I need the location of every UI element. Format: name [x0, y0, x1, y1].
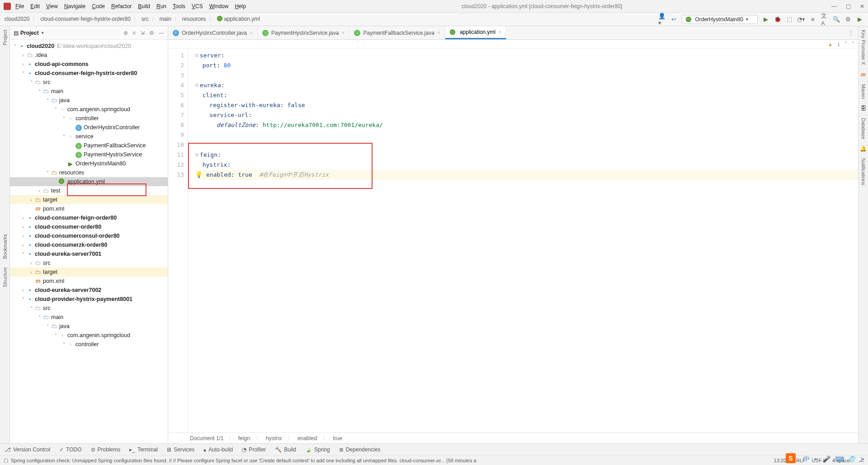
tree-node[interactable]: ˅🗀src [10, 78, 168, 87]
tree-node[interactable]: ›▪cloud-consumer-order80 [10, 222, 168, 231]
editor-tab[interactable]: COrderHystirxController.java× [168, 26, 258, 39]
tool-window-icon[interactable]: ▢ [4, 457, 8, 463]
profile-icon[interactable]: ◔▾ [797, 16, 805, 23]
search-icon[interactable]: 🔍 [833, 16, 840, 23]
tree-node[interactable]: ›🗀.idea [10, 51, 168, 60]
menu-tools[interactable]: Tools [173, 3, 185, 9]
bottom-tab-dependencies[interactable]: ≣Dependencies [339, 446, 381, 453]
tree-node[interactable]: ˅▪cloud-consumer-feign-hystrix-order80 [10, 69, 168, 78]
tree-node[interactable]: ›▪cloud-consumerzk-order80 [10, 240, 168, 249]
bottom-tab-spring[interactable]: 🍃Spring [305, 446, 330, 453]
run-icon[interactable]: ▶ [762, 16, 769, 23]
chevron-down-icon[interactable]: ▼ [41, 31, 45, 35]
code-line[interactable]: ⊟server: [195, 51, 858, 61]
tray-icon[interactable]: 中 [803, 455, 810, 463]
tree-node[interactable]: ˅▪cloud-provider-hystrix-payment8001 [10, 295, 168, 304]
sogou-ime-icon[interactable]: S [786, 453, 796, 463]
tree-node[interactable]: ›🗀target [10, 195, 168, 204]
menu-vcs[interactable]: VCS [192, 3, 203, 9]
tree-node[interactable]: ›🗀src [10, 258, 168, 268]
expand-icon[interactable]: ⇲ [140, 30, 145, 36]
close-icon[interactable]: × [437, 30, 440, 36]
close-icon[interactable]: × [250, 30, 253, 36]
bottom-tab-version-control[interactable]: ⎇Version Control [5, 446, 50, 453]
code-line[interactable]: service-url: [195, 110, 858, 120]
tray-icon[interactable]: •, [814, 456, 818, 463]
menu-build[interactable]: Build [138, 3, 150, 9]
tree-node[interactable]: ›🗀target [10, 268, 168, 277]
sidebar-tab-project[interactable]: Project [2, 30, 8, 45]
tree-root[interactable]: ˅▪cloud2020E:\idea-workspace\cloud2020 [10, 42, 168, 51]
tree-node[interactable]: ˅▫com.angenin.springcloud [10, 331, 168, 340]
project-tree[interactable]: ˅▪cloud2020E:\idea-workspace\cloud2020›🗀… [10, 40, 168, 443]
tree-node[interactable]: ˅🗀main [10, 87, 168, 96]
tree-node[interactable]: mpom.xml [10, 204, 168, 213]
inspect-up-icon[interactable]: ˄ [844, 41, 847, 47]
close-icon[interactable]: ✕ [860, 3, 864, 9]
sidebar-tab-keypromoter[interactable]: Key Promoter X [861, 30, 866, 65]
menu-window[interactable]: Window [209, 3, 229, 9]
tree-node[interactable]: ˅🗀java [10, 96, 168, 105]
menu-edit[interactable]: Edit [30, 3, 40, 9]
editor-tab[interactable]: IPaymentFallbackService.java× [349, 26, 445, 39]
code-lines[interactable]: ⊟server: port: 80 ⊟eureka: client: regis… [188, 49, 858, 432]
tree-node[interactable]: ˅▫controller [10, 114, 168, 123]
code-line[interactable]: defaultZone: http://eureka7001.com:7001/… [195, 120, 858, 130]
menu-help[interactable]: Help [235, 3, 246, 9]
tree-node[interactable]: COrderHystirxController [10, 123, 168, 132]
tree-node[interactable]: ˅🗀java [10, 322, 168, 331]
tree-node[interactable]: ▶OrderHystrixMain80 [10, 159, 168, 168]
bottom-tab-profiler[interactable]: ◔Profiler [242, 446, 266, 453]
tray-icon[interactable]: 👕 [849, 456, 856, 463]
tree-node[interactable]: ˅▫controller [10, 340, 168, 349]
breadcrumb[interactable]: cloud2020〉cloud-consumer-feign-hystrix-o… [5, 15, 260, 23]
code-editor[interactable]: 12345678910111213 ⊟server: port: 80 ⊟eur… [168, 49, 858, 432]
tree-node[interactable]: ›▪cloud-eureka-server7002 [10, 286, 168, 295]
code-line[interactable]: ⊟eureka: [195, 80, 858, 90]
tree-node[interactable]: ˅▫service [10, 132, 168, 141]
menu-code[interactable]: Code [92, 3, 105, 9]
tree-node[interactable]: IPaymentFallbackService [10, 141, 168, 150]
code-line[interactable]: hystrix: [195, 160, 858, 170]
tabs-more-icon[interactable]: ⋮ [844, 30, 858, 36]
editor-tab[interactable]: application.yml× [445, 26, 506, 39]
stop-icon[interactable]: ■ [809, 16, 816, 23]
tray-icon[interactable]: 🎤 [823, 456, 830, 463]
sidebar-tab-database[interactable]: Database [861, 118, 866, 139]
code-line[interactable]: ⊟feign: [195, 150, 858, 160]
crumb[interactable]: resources [182, 16, 206, 22]
bottom-tab-auto-build[interactable]: ▴Auto-build [203, 446, 233, 453]
play-learn-icon[interactable]: ▶ [856, 16, 863, 23]
sidebar-tab-maven[interactable]: Maven [861, 84, 866, 99]
sidebar-tab-notifications[interactable]: Notifications [861, 158, 866, 185]
code-line[interactable] [195, 130, 858, 140]
gear-icon[interactable]: ⚙ [149, 30, 154, 36]
sidebar-tab-structure[interactable]: Structure [2, 267, 8, 287]
bottom-tab-problems[interactable]: ⊘Problems [91, 446, 121, 453]
code-line[interactable]: 💡enabled: true #在Feign中开启Hystrix [195, 170, 858, 180]
back-icon[interactable]: ↩ [670, 16, 677, 23]
tree-node[interactable]: application.yml [10, 177, 168, 186]
coverage-icon[interactable]: ⬚ [786, 16, 793, 23]
code-line[interactable]: client: [195, 90, 858, 100]
tree-node[interactable]: ›🗀test [10, 186, 168, 195]
user-icon[interactable]: 👤▾ [658, 16, 665, 23]
crumb[interactable]: application.yml [217, 16, 260, 22]
editor-tab[interactable]: IPaymentHystrixService.java× [258, 26, 349, 39]
sort-icon[interactable]: ≡ [132, 30, 136, 36]
debug-icon[interactable]: 🐞 [774, 16, 781, 23]
code-line[interactable] [195, 140, 858, 150]
crumb[interactable]: src [142, 16, 149, 22]
close-icon[interactable]: × [341, 30, 344, 36]
bottom-tab-build[interactable]: 🔨Build [275, 446, 296, 453]
target-icon[interactable]: ⊕ [123, 30, 128, 36]
code-line[interactable]: port: 80 [195, 61, 858, 70]
tray-icon[interactable]: ⁞ [861, 456, 863, 463]
sidebar-tab-bookmarks[interactable]: Bookmarks [2, 234, 8, 259]
editor-crumb[interactable]: feign: [238, 435, 251, 442]
editor-crumb[interactable]: enabled: [297, 435, 318, 442]
editor-crumb[interactable]: hystrix: [266, 435, 283, 442]
translate-icon[interactable]: 文A [821, 16, 828, 23]
run-config-selector[interactable]: OrderHystrixMain80 ▼ [682, 15, 758, 24]
tree-node[interactable]: mpom.xml [10, 277, 168, 286]
